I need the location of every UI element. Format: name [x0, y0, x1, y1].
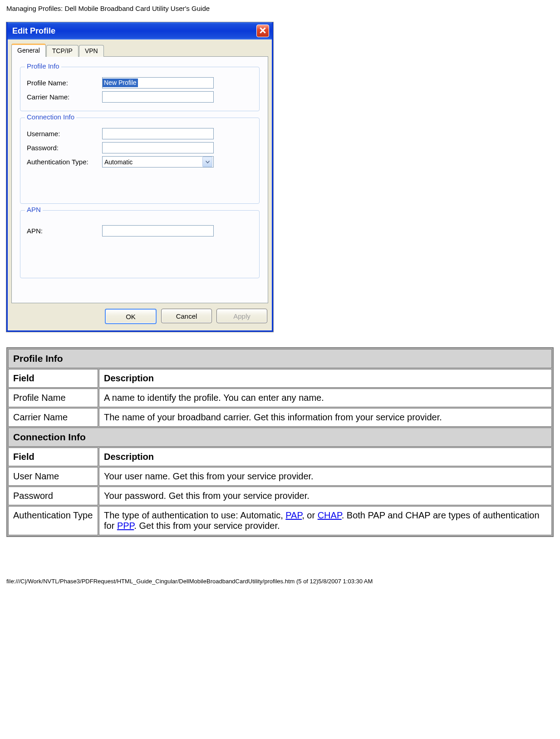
page-header: Managing Profiles: Dell Mobile Broadband… — [6, 5, 554, 12]
apply-button[interactable]: Apply — [216, 309, 267, 323]
description-cell: The name of your broadband carrier. Get … — [99, 408, 552, 427]
password-label: Password: — [27, 144, 102, 152]
table-row: Authentication Type The type of authenti… — [8, 506, 552, 535]
field-cell: Authentication Type — [8, 506, 98, 535]
group-profile-info: Profile Info Profile Name: New Profile C… — [20, 67, 260, 111]
description-cell: The type of authentication to use: Autom… — [99, 506, 552, 535]
column-header-row: Field Description — [8, 448, 552, 466]
field-cell: Carrier Name — [8, 408, 98, 427]
section-header-connection-info: Connection Info — [8, 428, 552, 447]
link-pap[interactable]: PAP — [285, 510, 302, 520]
section-header-profile-info: Profile Info — [8, 349, 552, 368]
chevron-down-icon — [202, 157, 212, 167]
description-cell: Your user name. Get this from your servi… — [99, 467, 552, 486]
auth-type-label: Authentication Type: — [27, 158, 102, 166]
column-header-row: Field Description — [8, 369, 552, 388]
carrier-name-label: Carrier Name: — [27, 93, 102, 101]
dialog-body: General TCP/IP VPN Profile Info Profile … — [8, 39, 272, 303]
apn-input[interactable] — [102, 225, 214, 236]
titlebar[interactable]: Edit Profile — [8, 22, 272, 39]
apn-label: APN: — [27, 227, 102, 235]
group-title-profile-info: Profile Info — [25, 62, 61, 70]
edit-profile-dialog: Edit Profile General TCP/IP VPN Profile … — [6, 22, 273, 332]
tabstrip: General TCP/IP VPN — [11, 43, 268, 56]
table-row: User Name Your user name. Get this from … — [8, 467, 552, 486]
group-title-connection-info: Connection Info — [25, 113, 76, 121]
section-title: Profile Info — [8, 349, 552, 368]
section-title: Connection Info — [8, 428, 552, 447]
auth-type-value: Automatic — [104, 158, 133, 166]
group-connection-info: Connection Info Username: Password: Auth… — [20, 118, 260, 204]
close-button[interactable] — [256, 25, 269, 37]
auth-type-select[interactable]: Automatic — [102, 156, 214, 168]
profile-name-input[interactable]: New Profile — [102, 77, 214, 89]
group-title-apn: APN — [25, 206, 43, 213]
dialog-button-row: OK Cancel Apply — [8, 303, 272, 330]
field-cell: Password — [8, 487, 98, 505]
description-header: Description — [99, 369, 552, 388]
footer-path: file:///C|/Work/NVTL/Phase3/PDFRequest/H… — [6, 578, 554, 585]
group-apn: APN APN: — [20, 210, 260, 278]
link-ppp[interactable]: PPP — [117, 521, 134, 531]
auth-text-4: . Get this from your service provider. — [134, 521, 280, 531]
field-header: Field — [8, 448, 98, 466]
tab-tcpip[interactable]: TCP/IP — [46, 45, 79, 57]
cancel-button[interactable]: Cancel — [161, 309, 212, 323]
field-header: Field — [8, 369, 98, 388]
description-cell: Your password. Get this from your servic… — [99, 487, 552, 505]
username-label: Username: — [27, 130, 102, 138]
profile-name-label: Profile Name: — [27, 79, 102, 87]
close-icon — [260, 26, 266, 36]
tab-vpn[interactable]: VPN — [79, 45, 104, 57]
auth-text-1: The type of authentication to use: Autom… — [104, 510, 285, 520]
field-cell: User Name — [8, 467, 98, 486]
table-row: Password Your password. Get this from yo… — [8, 487, 552, 505]
password-input[interactable] — [102, 142, 214, 153]
table-row: Carrier Name The name of your broadband … — [8, 408, 552, 427]
info-table: Profile Info Field Description Profile N… — [6, 347, 554, 537]
profile-name-value: New Profile — [103, 79, 138, 87]
ok-button[interactable]: OK — [105, 309, 157, 324]
carrier-name-input[interactable] — [102, 91, 214, 103]
username-input[interactable] — [102, 128, 214, 139]
tab-panel-general: Profile Info Profile Name: New Profile C… — [11, 56, 268, 303]
link-chap[interactable]: CHAP — [318, 510, 342, 520]
dialog-title: Edit Profile — [12, 26, 55, 36]
description-cell: A name to identify the profile. You can … — [99, 389, 552, 407]
field-cell: Profile Name — [8, 389, 98, 407]
table-row: Profile Name A name to identify the prof… — [8, 389, 552, 407]
auth-text-2: , or — [302, 510, 317, 520]
description-header: Description — [99, 448, 552, 466]
tab-general[interactable]: General — [11, 44, 46, 57]
